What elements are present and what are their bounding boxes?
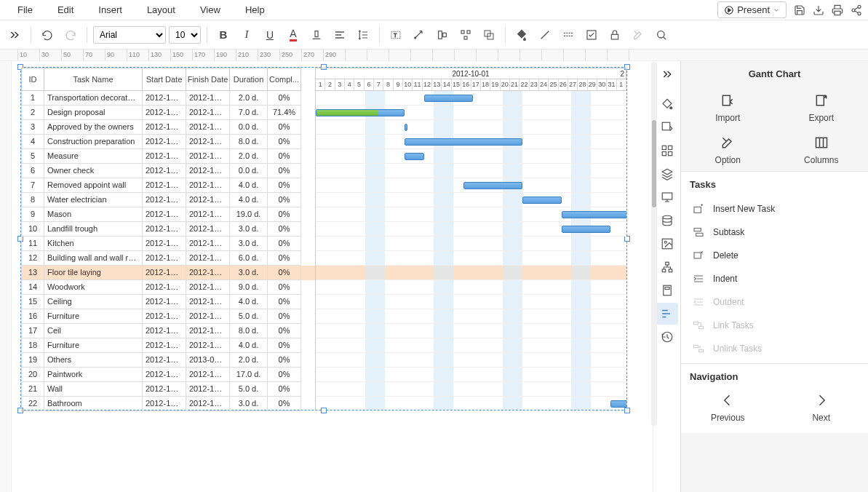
shape-tool-icon[interactable] [656, 116, 678, 138]
gantt-bar[interactable] [405, 138, 522, 146]
menu-help[interactable]: Help [234, 1, 276, 18]
group-button[interactable] [479, 25, 499, 45]
fill-tool-icon[interactable] [656, 93, 678, 115]
table-row[interactable]: 4Construction preparation2012-10-102012-… [21, 135, 315, 149]
menu-file[interactable]: File [6, 1, 44, 18]
table-row[interactable]: 20Paintwork2012-12-062012-12-3117.0 d.0% [21, 368, 315, 382]
bold-button[interactable]: B [213, 25, 234, 45]
font-family-select[interactable]: Arial [93, 26, 166, 44]
table-row[interactable]: 17Ceil2012-12-062012-12-188.0 d.0% [21, 324, 315, 338]
gantt-bar[interactable] [562, 211, 627, 218]
text-box-button[interactable]: T [386, 25, 406, 45]
table-row[interactable]: 9Mason2012-10-262012-11-2219.0 d.0% [21, 207, 315, 222]
gantt-bar[interactable] [405, 153, 424, 160]
export-button[interactable]: Export [775, 92, 869, 123]
redo-button[interactable] [60, 25, 81, 45]
col-name[interactable]: Task Name [44, 68, 143, 91]
table-row[interactable]: 7Removed appoint wall2012-10-162012-10-2… [21, 178, 315, 193]
task-action-indent[interactable]: Indent [681, 267, 868, 290]
collapse-panel-button[interactable] [653, 66, 680, 83]
align-button[interactable] [330, 25, 350, 45]
table-row[interactable]: 18Furniture2012-12-252012-12-314.0 d.0% [21, 338, 315, 353]
table-row[interactable]: 19Others2012-12-282013-01-012.0 d.0% [21, 353, 315, 368]
next-button[interactable]: Next [775, 392, 869, 423]
lock-button[interactable] [605, 25, 625, 45]
col-finish[interactable]: Finish Date [186, 68, 230, 91]
table-row[interactable]: 12Building wall and wall repair2012-11-0… [21, 251, 315, 266]
col-duration[interactable]: Duration [230, 68, 268, 91]
table-row[interactable]: 1Transportation decorate ma...2012-10-12… [21, 91, 315, 106]
search-button[interactable] [651, 25, 672, 45]
canvas[interactable]: ID Task Name Start Date Finish Date Dura… [0, 61, 653, 492]
task-action-insert[interactable]: Insert New Task [681, 197, 868, 221]
underline-button[interactable]: U [260, 25, 280, 45]
table-row[interactable]: 15Ceiling2012-11-232012-11-294.0 d.0% [21, 295, 315, 309]
table-row[interactable]: 11Kitchen2012-11-052012-11-083.0 d.0% [21, 237, 315, 251]
history-tool-icon[interactable] [656, 326, 678, 348]
line-style-button[interactable] [558, 25, 578, 45]
menu-edit[interactable]: Edit [46, 1, 85, 18]
table-row[interactable]: 21Wall2012-12-182012-12-255.0 d.0% [21, 382, 315, 397]
undo-button[interactable] [37, 25, 57, 45]
layers-tool-icon[interactable] [656, 163, 678, 185]
gantt-bar[interactable] [405, 124, 407, 131]
table-row[interactable]: 8Water electrician2012-10-222012-10-264.… [21, 193, 315, 207]
table-row[interactable]: 3Approved by the owners2012-10-102012-10… [21, 120, 315, 135]
table-row[interactable]: 16Furniture2012-11-292012-12-065.0 d.0% [21, 309, 315, 324]
task-action-subtask[interactable]: Subtask [681, 221, 868, 244]
save-icon[interactable] [794, 4, 805, 16]
col-complete[interactable]: Compl... [268, 68, 301, 91]
columns-button[interactable]: Columns [775, 135, 869, 165]
present-button[interactable]: Present [717, 1, 787, 18]
font-color-button[interactable]: A [283, 25, 303, 45]
distribute-button[interactable] [455, 25, 476, 45]
option-button[interactable]: Option [681, 135, 775, 165]
connector-button[interactable] [409, 25, 429, 45]
org-chart-tool-icon[interactable] [656, 256, 678, 278]
canvas-scrollbar[interactable] [651, 62, 657, 426]
italic-button[interactable]: I [236, 25, 257, 45]
shape-align-button[interactable] [432, 25, 453, 45]
gantt-tool-icon[interactable] [656, 303, 678, 325]
gantt-bar[interactable] [610, 400, 626, 408]
gantt-bar[interactable] [522, 197, 562, 204]
menu-layout[interactable]: Layout [135, 1, 187, 18]
table-row[interactable]: 22Bathroom2012-10-312012-11-053.0 d.0% [21, 397, 315, 411]
download-icon[interactable] [813, 4, 824, 16]
col-start[interactable]: Start Date [143, 68, 186, 91]
font-size-select[interactable]: 10 [169, 26, 201, 44]
gantt-grid[interactable]: ID Task Name Start Date Finish Date Dura… [21, 68, 316, 410]
table-row[interactable]: 13Floor tile laying2012-11-192012-11-223… [21, 266, 315, 280]
gantt-bar[interactable] [463, 182, 522, 189]
table-row[interactable]: 10Landfill trough2012-10-262012-10-313.0… [21, 222, 315, 237]
line-color-button[interactable] [535, 25, 555, 45]
gantt-timeline[interactable]: 2012-10-01 2 123456789101112131415161718… [316, 68, 626, 410]
previous-button[interactable]: Previous [681, 392, 775, 423]
data-tool-icon[interactable] [656, 210, 678, 231]
menu-view[interactable]: View [188, 1, 232, 18]
share-icon[interactable] [851, 4, 862, 16]
image-tool-icon[interactable] [656, 233, 678, 255]
expand-toolbar-button[interactable] [4, 25, 25, 45]
table-row[interactable]: 6Owner check2012-12-312012-12-310.0 d.0% [21, 164, 315, 178]
print-icon[interactable] [832, 4, 843, 16]
table-row[interactable]: 2Design proposal2012-10-012012-10-107.0 … [21, 106, 315, 120]
task-action-delete[interactable]: Delete [681, 244, 868, 267]
col-id[interactable]: ID [21, 68, 44, 91]
import-button[interactable]: Import [681, 92, 775, 123]
tools-button[interactable] [628, 25, 648, 45]
table-row[interactable]: 14Woodwork2012-11-232012-12-069.0 d.0% [21, 280, 315, 295]
gantt-bar[interactable] [316, 109, 405, 116]
highlight-button[interactable] [306, 25, 327, 45]
table-row[interactable]: 5Measure2012-10-102012-10-122.0 d.0% [21, 149, 315, 164]
fill-button[interactable] [511, 25, 532, 45]
gantt-bar[interactable] [562, 226, 611, 233]
line-spacing-button[interactable] [353, 25, 373, 45]
presentation-tool-icon[interactable] [656, 186, 678, 208]
gantt-bar[interactable] [424, 95, 474, 102]
page-tool-icon[interactable] [656, 279, 678, 301]
checkbox-button[interactable] [581, 25, 602, 45]
menu-insert[interactable]: Insert [87, 1, 134, 18]
gantt-chart-object[interactable]: ID Task Name Start Date Finish Date Dura… [20, 67, 627, 410]
grid-tool-icon[interactable] [656, 140, 678, 162]
